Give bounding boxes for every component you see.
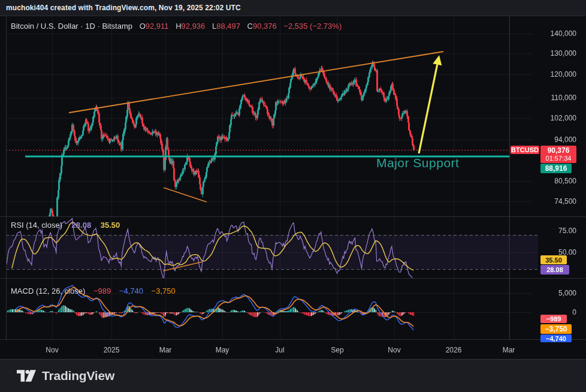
price-rsi-divider[interactable]: [0, 216, 586, 217]
price-axis-label: 110,000: [551, 94, 577, 102]
plot-left-border: [6, 16, 7, 339]
time-axis-label: Nov: [39, 342, 65, 358]
time-axis-label: May: [209, 342, 235, 358]
symbol-badge-text: BTCUSD: [511, 146, 539, 153]
tradingview-brand-text: TradingView: [42, 369, 114, 383]
macd-line-value: −4,740: [119, 287, 143, 295]
symbol-title[interactable]: Bitcoin / U.S. Dollar · 1D · Bitstamp: [11, 22, 132, 31]
rsi-macd-divider[interactable]: [0, 278, 586, 279]
rsi-title[interactable]: RSI (14, close): [11, 221, 62, 230]
time-axis-label: 2026: [440, 342, 467, 358]
open-label: O: [140, 22, 146, 31]
rsi-value-badge[interactable]: 28.08: [540, 265, 569, 275]
close-value: 90,376: [253, 22, 277, 31]
bar-countdown-text: 01:57:34: [546, 155, 572, 162]
rsi-ma-text: 35.50: [545, 257, 562, 264]
rsi-ma-value: 35.50: [101, 221, 120, 230]
footer-bar: TradingView: [0, 359, 586, 392]
tradingview-logo[interactable]: TradingView: [17, 369, 114, 383]
change-value: −2,535 (−2.73%): [283, 22, 342, 31]
macd-title[interactable]: MACD (12, 26, close): [11, 287, 85, 295]
price-axis-label: 130,000: [551, 49, 576, 58]
macd-line-badge[interactable]: −4,740: [540, 334, 572, 342]
symbol-price-label-badge[interactable]: BTCUSD: [511, 146, 539, 154]
price-axis-label: 74,500: [554, 197, 576, 206]
tradingview-chart-window: muchoki404 created with TradingView.com,…: [0, 0, 586, 392]
price-axis-label: 102,000: [551, 114, 576, 122]
rsi-ma-badge[interactable]: 35.50: [540, 255, 567, 264]
tradingview-logo-icon: [17, 369, 36, 382]
rsi-axis-label: 75.00: [558, 227, 576, 235]
close-label: C: [247, 22, 253, 31]
rsi-value: 28.08: [72, 221, 92, 230]
support-price-badge[interactable]: 88,916: [540, 164, 572, 173]
rsi-legend[interactable]: RSI (14, close) 28.08 35.50: [11, 221, 120, 230]
last-price-text: 90,376: [548, 146, 570, 155]
time-axis-label: Nov: [381, 342, 407, 358]
high-value: 92,936: [182, 22, 206, 31]
high-label: H: [176, 22, 181, 31]
macd-signal-value: −3,750: [152, 287, 176, 295]
rsi-value-text: 28.08: [546, 266, 563, 273]
price-axis-border: [509, 16, 510, 339]
time-axis[interactable]: Nov2025MarMayJulSepNov2026Mar: [0, 340, 586, 358]
time-axis-label: 2025: [98, 342, 125, 358]
price-axis-label: 94,000: [554, 135, 576, 144]
price-axis-label: 80,500: [554, 177, 576, 185]
chart-plot-area[interactable]: [0, 0, 586, 392]
last-price-badge[interactable]: 90,376 01:57:34: [540, 146, 576, 163]
time-axis-label: Jul: [267, 342, 293, 358]
macd-axis-label: 5,000: [558, 289, 576, 297]
macd-hist-value: −989: [93, 287, 111, 295]
macd-axis-label: 0: [572, 308, 576, 316]
macd-line-text: −4,740: [546, 335, 566, 342]
macd-signal-text: −3,750: [545, 325, 567, 333]
attribution-bar: muchoki404 created with TradingView.com,…: [0, 0, 586, 16]
macd-hist-badge[interactable]: −989: [540, 315, 567, 323]
major-support-label[interactable]: Major Support: [376, 156, 459, 170]
macd-hist-text: −989: [546, 315, 561, 322]
support-price-text: 88,916: [545, 164, 567, 173]
time-axis-label: Mar: [152, 342, 179, 358]
attribution-text: muchoki404 created with TradingView.com,…: [6, 4, 241, 12]
time-axis-label: Sep: [324, 342, 351, 358]
price-axis-label: 120,000: [551, 70, 576, 79]
symbol-legend[interactable]: Bitcoin / U.S. Dollar · 1D · Bitstamp O9…: [11, 22, 342, 31]
macd-signal-badge[interactable]: −3,750: [540, 324, 572, 334]
macd-legend[interactable]: MACD (12, 26, close) −989 −4,740 −3,750: [11, 287, 176, 295]
price-axis-label: 140,000: [551, 29, 576, 38]
time-axis-label: Mar: [496, 342, 522, 358]
low-value: 88,497: [216, 22, 240, 31]
open-value: 92,911: [146, 22, 169, 31]
